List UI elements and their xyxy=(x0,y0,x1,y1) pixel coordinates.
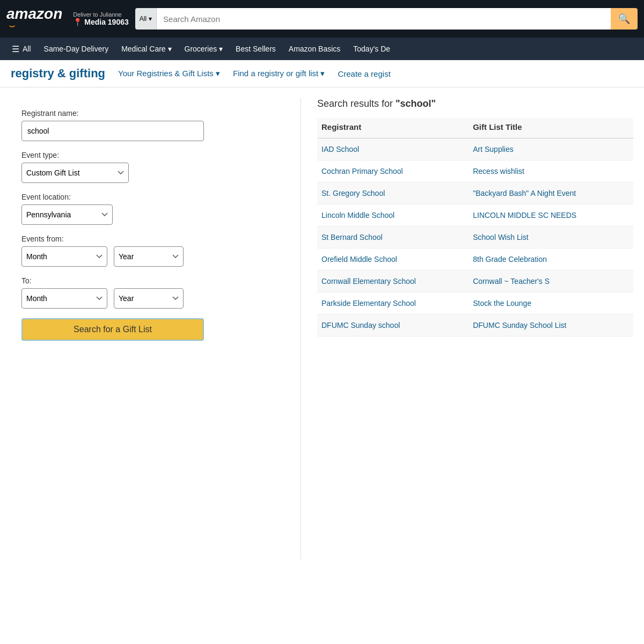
results-search-term: "school" xyxy=(396,98,436,109)
events-from-month-select[interactable]: Month January February March April May J… xyxy=(21,246,107,267)
registrant-cell[interactable]: St Bernard School xyxy=(317,226,469,248)
deliver-location: Media 19063 xyxy=(84,18,129,26)
gift-list-cell[interactable]: Art Supplies xyxy=(469,138,633,160)
registrant-cell[interactable]: Lincoln Middle School xyxy=(317,204,469,226)
table-row: Cochran Primary SchoolRecess wishlist xyxy=(317,160,633,182)
table-row: St. Gregory School"Backyard Bash" A Nigh… xyxy=(317,182,633,204)
gift-list-cell[interactable]: 8th Grade Celebration xyxy=(469,248,633,270)
logo-area[interactable]: amazon ⌣ xyxy=(6,6,62,32)
results-title-prefix: Search results for xyxy=(317,98,396,109)
nav-same-day-label: Same-Day Delivery xyxy=(44,45,109,53)
events-to-label: To: xyxy=(21,276,268,285)
event-location-group: Event location: Pennsylvania Alabama Cal… xyxy=(21,193,268,225)
gift-list-cell[interactable]: LINCOLN MIDDLE SC NEEDS xyxy=(469,204,633,226)
create-registry-nav[interactable]: Create a regist xyxy=(338,69,390,78)
nav-item-all[interactable]: ☰ All xyxy=(6,38,36,60)
main-content: Registrant name: Event type: Custom Gift… xyxy=(0,87,644,570)
events-from-label: Events from: xyxy=(21,235,268,243)
registry-bar: registry & gifting Your Registries & Gif… xyxy=(0,60,644,87)
panel-divider xyxy=(301,98,301,560)
registrant-cell[interactable]: Parkside Elementary School xyxy=(317,292,469,314)
registrant-cell[interactable]: Cornwall Elementary School xyxy=(317,270,469,292)
table-row: St Bernard SchoolSchool Wish List xyxy=(317,226,633,248)
gift-list-cell[interactable]: Stock the Lounge xyxy=(469,292,633,314)
search-input[interactable] xyxy=(157,8,611,30)
gift-list-cell[interactable]: School Wish List xyxy=(469,226,633,248)
nav-item-amazon-basics[interactable]: Amazon Basics xyxy=(283,38,346,60)
nav-groceries-label: Groceries ▾ xyxy=(185,45,223,53)
events-to-year-select[interactable]: Year 2024 2023 2022 2021 2020 xyxy=(114,288,184,309)
your-registries-label: Your Registries & Gift Lists ▾ xyxy=(118,69,220,78)
table-row: IAD SchoolArt Supplies xyxy=(317,138,633,160)
event-type-select[interactable]: Custom Gift List Wedding Registry Baby R… xyxy=(21,163,129,183)
hamburger-icon: ☰ xyxy=(12,44,19,54)
dropdown-arrow-icon: ▾ xyxy=(149,15,152,23)
nav-amazon-basics-label: Amazon Basics xyxy=(289,45,340,53)
table-row: Lincoln Middle SchoolLINCOLN MIDDLE SC N… xyxy=(317,204,633,226)
registry-title: registry & gifting xyxy=(11,67,105,80)
table-row: DFUMC Sunday schoolDFUMC Sunday School L… xyxy=(317,314,633,336)
events-from-row: Month January February March April May J… xyxy=(21,246,268,267)
table-row: Parkside Elementary SchoolStock the Loun… xyxy=(317,292,633,314)
results-title: Search results for "school" xyxy=(317,98,633,109)
find-registry-label: Find a registry or gift list ▾ xyxy=(233,69,325,78)
results-table: Registrant Gift List Title IAD SchoolArt… xyxy=(317,118,633,336)
events-from-group: Events from: Month January February Marc… xyxy=(21,235,268,267)
find-registry-nav[interactable]: Find a registry or gift list ▾ xyxy=(233,69,325,78)
nav-all-label: All xyxy=(23,45,31,53)
table-row: Cornwall Elementary SchoolCornwall ~ Tea… xyxy=(317,270,633,292)
registrant-cell[interactable]: Orefield Middle School xyxy=(317,248,469,270)
your-registries-nav[interactable]: Your Registries & Gift Lists ▾ xyxy=(118,69,220,78)
search-icon: 🔍 xyxy=(618,13,630,24)
registrant-name-label: Registrant name: xyxy=(21,109,268,118)
registrant-cell[interactable]: St. Gregory School xyxy=(317,182,469,204)
event-location-label: Event location: xyxy=(21,193,268,201)
registrant-cell[interactable]: DFUMC Sunday school xyxy=(317,314,469,336)
gift-list-cell[interactable]: DFUMC Sunday School List xyxy=(469,314,633,336)
event-type-label: Event type: xyxy=(21,151,268,159)
deliver-label: Deliver to Julianne xyxy=(73,11,122,18)
create-registry-label: Create a regist xyxy=(338,69,390,78)
registrant-cell[interactable]: Cochran Primary School xyxy=(317,160,469,182)
search-button-label: Search for a Gift List xyxy=(74,325,152,334)
results-panel: Search results for "school" Registrant G… xyxy=(312,98,633,560)
table-row: Orefield Middle School8th Grade Celebrat… xyxy=(317,248,633,270)
event-type-group: Event type: Custom Gift List Wedding Reg… xyxy=(21,151,268,183)
nav-best-sellers-label: Best Sellers xyxy=(236,45,276,53)
amazon-smile: ⌣ xyxy=(9,19,16,32)
col-header-gift-list: Gift List Title xyxy=(469,118,633,138)
nav-item-best-sellers[interactable]: Best Sellers xyxy=(230,38,281,60)
search-form-panel: Registrant name: Event type: Custom Gift… xyxy=(11,98,290,560)
events-to-group: To: Month January February March April M… xyxy=(21,276,268,309)
events-from-year-select[interactable]: Year 2024 2023 2022 2021 2020 xyxy=(114,246,184,267)
search-bar: All ▾ 🔍 xyxy=(135,8,638,30)
delivery-info[interactable]: Deliver to Julianne 📍 Media 19063 xyxy=(73,11,129,26)
event-location-select[interactable]: Pennsylvania Alabama California New York… xyxy=(21,204,113,225)
gift-list-cell[interactable]: Recess wishlist xyxy=(469,160,633,182)
nav-todays-deals-label: Today's De xyxy=(353,45,390,53)
nav-item-same-day[interactable]: Same-Day Delivery xyxy=(39,38,114,60)
registrant-cell[interactable]: IAD School xyxy=(317,138,469,160)
location-icon: 📍 xyxy=(73,18,82,26)
search-category-label: All xyxy=(140,15,147,23)
site-header: amazon ⌣ Deliver to Julianne 📍 Media 190… xyxy=(0,0,644,38)
nav-item-groceries[interactable]: Groceries ▾ xyxy=(179,38,229,60)
nav-item-medical[interactable]: Medical Care ▾ xyxy=(116,38,177,60)
search-gift-list-button[interactable]: Search for a Gift List xyxy=(21,318,204,341)
events-to-month-select[interactable]: Month January February March April May J… xyxy=(21,288,107,309)
search-button-group: Search for a Gift List xyxy=(21,318,268,341)
search-submit-button[interactable]: 🔍 xyxy=(611,8,638,30)
main-navbar: ☰ All Same-Day Delivery Medical Care ▾ G… xyxy=(0,38,644,60)
events-to-row: Month January February March April May J… xyxy=(21,288,268,309)
nav-item-todays-deals[interactable]: Today's De xyxy=(348,38,396,60)
gift-list-cell[interactable]: Cornwall ~ Teacher's S xyxy=(469,270,633,292)
table-header-row: Registrant Gift List Title xyxy=(317,118,633,138)
gift-list-cell[interactable]: "Backyard Bash" A Night Event xyxy=(469,182,633,204)
registrant-name-input[interactable] xyxy=(21,121,204,141)
search-category-button[interactable]: All ▾ xyxy=(135,8,157,30)
col-header-registrant: Registrant xyxy=(317,118,469,138)
registrant-name-group: Registrant name: xyxy=(21,109,268,141)
nav-medical-label: Medical Care ▾ xyxy=(121,45,171,53)
